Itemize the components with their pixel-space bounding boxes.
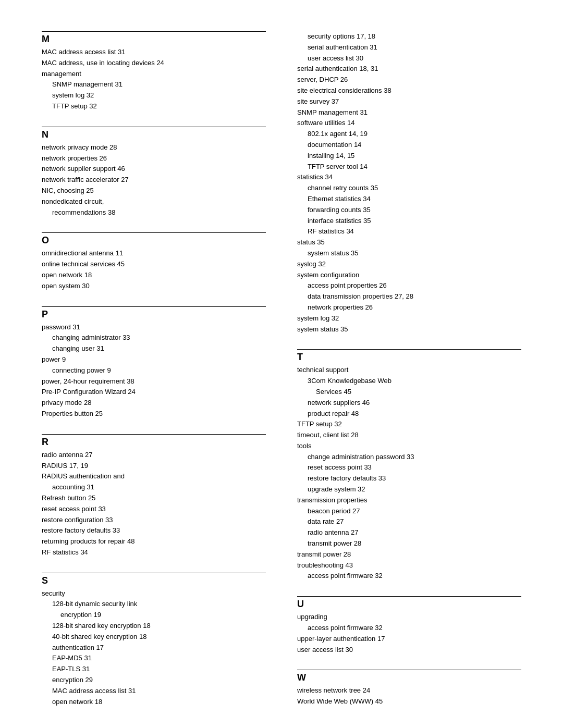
section-W: Wwireless network tree 24World Wide Web … <box>297 670 521 707</box>
index-entry: power, 24-hour requirement 38 <box>42 376 266 387</box>
index-entry: access point firmware 32 <box>297 571 521 582</box>
index-entry: system configuration <box>297 270 521 281</box>
index-entry: beacon period 27 <box>297 506 521 517</box>
index-entry: technical support <box>297 365 521 376</box>
index-entry: reset access point 33 <box>42 504 266 515</box>
index-entry: system log 32 <box>297 313 521 324</box>
index-entry: system status 35 <box>297 324 521 335</box>
section-header-S: S <box>42 573 266 586</box>
section-R: Rradio antenna 27RADIUS 17, 19RADIUS aut… <box>42 434 266 558</box>
index-entry: power 9 <box>42 354 266 365</box>
index-entry: server, DHCP 26 <box>297 75 521 85</box>
index-entry: site survey 37 <box>297 96 521 107</box>
index-entry: RF statistics 34 <box>42 547 266 558</box>
index-entry: access point firmware 32 <box>297 623 521 634</box>
section-header-P: P <box>42 306 266 320</box>
index-entry: accounting 31 <box>42 482 266 493</box>
section-cont: security options 17, 18serial authentica… <box>297 31 521 335</box>
index-entry: EAP-TLS 31 <box>42 664 266 675</box>
index-entry: TFTP setup 32 <box>42 101 266 112</box>
index-entry: open network 18 <box>42 697 266 708</box>
section-S: Ssecurity128-bit dynamic security linken… <box>42 573 266 708</box>
index-entry: TFTP setup 32 <box>297 419 521 430</box>
index-entry: wireless network tree 24 <box>297 685 521 696</box>
index-entry: interface statistics 35 <box>297 216 521 227</box>
index-entry: recommendations 38 <box>42 207 266 218</box>
index-entry: changing administrator 33 <box>42 332 266 343</box>
index-entry: forwarding counts 35 <box>297 205 521 216</box>
index-entry: RADIUS authentication and <box>42 471 266 482</box>
section-N: Nnetwork privacy mode 28network properti… <box>42 127 266 218</box>
index-entry: transmit power 28 <box>297 538 521 549</box>
index-entry: serial authentication 31 <box>297 42 521 53</box>
column-0: MMAC address access list 31MAC address, … <box>42 31 266 722</box>
index-entry: World Wide Web (WWW) 45 <box>297 696 521 707</box>
index-entry: product repair 48 <box>297 409 521 419</box>
index-entry: upgrade system 32 <box>297 484 521 495</box>
index-entry: access point properties 26 <box>297 280 521 291</box>
index-entry: RF statistics 34 <box>297 226 521 237</box>
index-entry: Ethernet statistics 34 <box>297 194 521 205</box>
index-entry: change administration password 33 <box>297 452 521 463</box>
index-entry: network properties 26 <box>42 153 266 164</box>
index-entry: network supplier support 46 <box>42 164 266 175</box>
index-entry: Services 45 <box>297 387 521 398</box>
index-entry: 128-bit shared key encryption 18 <box>42 621 266 632</box>
index-entry: NIC, choosing 25 <box>42 186 266 196</box>
index-entry: RADIUS 17, 19 <box>42 461 266 472</box>
index-entry: Refresh button 25 <box>42 493 266 504</box>
index-entry: security options 17, 18 <box>297 31 521 42</box>
index-entry: serial authentication 18, 31 <box>297 64 521 75</box>
index-entry: changing user 31 <box>42 343 266 354</box>
index-entry: documentation 14 <box>297 140 521 151</box>
index-entry: nondedicated circuit, <box>42 196 266 207</box>
index-entry: statistics 34 <box>297 172 521 183</box>
index-entry: tools <box>297 441 521 452</box>
section-header-T: T <box>297 349 521 363</box>
section-header-O: O <box>42 232 266 246</box>
index-entry: restore factory defaults 33 <box>297 473 521 484</box>
index-entry: reset access point 33 <box>297 462 521 473</box>
index-entry: status 35 <box>297 237 521 248</box>
section-header-R: R <box>42 434 266 448</box>
index-entry: transmit power 28 <box>297 549 521 560</box>
section-P: Ppassword 31changing administrator 33cha… <box>42 306 266 419</box>
index-entry: system log 32 <box>42 90 266 101</box>
index-entry: MAC address access list 31 <box>42 47 266 58</box>
index-entry: privacy mode 28 <box>42 398 266 409</box>
index-entry: network suppliers 46 <box>297 398 521 409</box>
index-entry: 3Com Knowledgebase Web <box>297 376 521 387</box>
index-layout: MMAC address access list 31MAC address, … <box>42 31 521 722</box>
index-entry: MAC address access list 31 <box>42 686 266 697</box>
index-entry: radio antenna 27 <box>297 527 521 538</box>
index-entry: management <box>42 69 266 80</box>
index-entry: online technical services 45 <box>42 259 266 270</box>
section-header-M: M <box>42 31 266 45</box>
index-entry: returning products for repair 48 <box>42 536 266 547</box>
index-entry: Pre-IP Configuration Wizard 24 <box>42 387 266 398</box>
index-entry: user access list 30 <box>297 645 521 656</box>
section-T: Ttechnical support3Com Knowledgebase Web… <box>297 349 521 582</box>
index-entry: encryption 19 <box>42 610 266 621</box>
section-header-N: N <box>42 127 266 140</box>
index-entry: timeout, client list 28 <box>297 430 521 441</box>
index-entry: troubleshooting 43 <box>297 560 521 571</box>
index-entry: authentication 17 <box>42 643 266 653</box>
index-entry: radio antenna 27 <box>42 450 266 461</box>
index-entry: SNMP management 31 <box>297 107 521 118</box>
index-entry: encryption 29 <box>42 675 266 686</box>
index-entry: installing 14, 15 <box>297 151 521 162</box>
index-entry: EAP-MD5 31 <box>42 653 266 664</box>
index-entry: upper-layer authentication 17 <box>297 634 521 645</box>
section-U: Uupgradingaccess point firmware 32upper-… <box>297 596 521 655</box>
section-header-U: U <box>297 596 521 610</box>
index-entry: system status 35 <box>297 248 521 259</box>
index-entry: transmission properties <box>297 495 521 506</box>
index-entry: MAC address, use in locating devices 24 <box>42 58 266 69</box>
index-entry: open network 18 <box>42 270 266 281</box>
index-entry: channel retry counts 35 <box>297 183 521 194</box>
index-entry: restore factory defaults 33 <box>42 525 266 536</box>
index-entry: security <box>42 588 266 599</box>
index-entry: 128-bit dynamic security link <box>42 599 266 610</box>
index-entry: 40-bit shared key encryption 18 <box>42 632 266 643</box>
